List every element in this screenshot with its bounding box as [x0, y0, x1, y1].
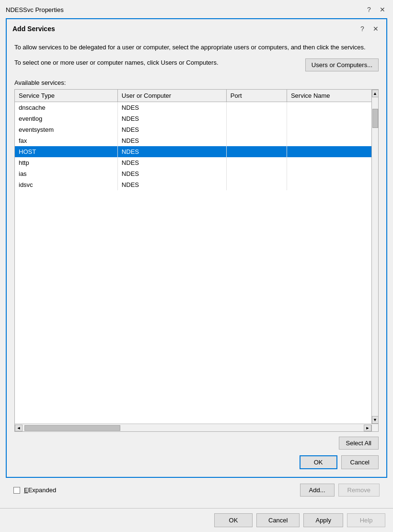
table-scroll-area: Service Type User or Computer Port Servi…	[15, 90, 371, 424]
scroll-left-arrow[interactable]: ◄	[15, 425, 23, 431]
cell-service_name	[287, 179, 371, 190]
users-row: To select one or more user or computer n…	[14, 58, 379, 71]
h-scroll-thumb[interactable]	[24, 425, 120, 431]
inner-ok-button[interactable]: OK	[300, 455, 337, 469]
cell-service_type: HOST	[15, 146, 117, 157]
cell-port	[226, 179, 287, 190]
description-text: To allow services to be delegated for a …	[14, 43, 379, 52]
cell-user_computer: NDES	[117, 157, 226, 168]
cell-service_name	[287, 146, 371, 157]
outer-window: NDESSvc Properties ? ✕ Add Services ? ✕ …	[0, 0, 393, 532]
inner-dialog-buttons: OK Cancel	[14, 455, 379, 469]
table-row[interactable]: faxNDES	[15, 135, 371, 146]
cell-service_name	[287, 124, 371, 135]
cell-service_type: dnscache	[15, 102, 117, 114]
footer-cancel-button[interactable]: Cancel	[256, 513, 300, 527]
inner-titlebar-controls: ? ✕	[358, 24, 381, 34]
cell-port	[226, 135, 287, 146]
outer-titlebar-controls: ? ✕	[364, 5, 387, 14]
footer-ok-button[interactable]: OK	[214, 513, 253, 527]
table-row[interactable]: eventsystemNDES	[15, 124, 371, 135]
remove-button[interactable]: Remove	[338, 484, 380, 497]
table-wrapper: Service Type User or Computer Port Servi…	[15, 90, 378, 424]
cell-port	[226, 157, 287, 168]
outer-titlebar: NDESSvc Properties ? ✕	[0, 0, 393, 18]
cell-service_name	[287, 102, 371, 114]
cell-user_computer: NDES	[117, 135, 226, 146]
cell-port	[226, 146, 287, 157]
col-user-computer: User or Computer	[117, 90, 226, 102]
users-description: To select one or more user or computer n…	[14, 58, 300, 67]
cell-service_type: idsvc	[15, 179, 117, 190]
cell-port	[226, 168, 287, 179]
scroll-right-arrow[interactable]: ►	[364, 425, 371, 431]
scroll-up-arrow[interactable]: ▲	[372, 90, 379, 97]
cell-user_computer: NDES	[117, 124, 226, 135]
footer-apply-button[interactable]: Apply	[303, 513, 343, 527]
cell-service_type: eventlog	[15, 113, 117, 124]
scroll-thumb[interactable]	[372, 109, 378, 128]
outer-window-title: NDESSvc Properties	[6, 6, 64, 13]
outer-content: Add Services ? ✕ To allow services to be…	[0, 18, 393, 508]
cell-port	[226, 102, 287, 114]
inner-cancel-button[interactable]: Cancel	[341, 455, 379, 469]
table-row[interactable]: dnscacheNDES	[15, 102, 371, 114]
add-button[interactable]: Add...	[300, 484, 335, 497]
cell-service_type: ias	[15, 168, 117, 179]
horizontal-scrollbar[interactable]	[23, 425, 364, 431]
cell-user_computer: NDES	[117, 113, 226, 124]
cell-user_computer: NDES	[117, 168, 226, 179]
cell-service_name	[287, 135, 371, 146]
services-table: Service Type User or Computer Port Servi…	[15, 90, 371, 190]
cell-port	[226, 113, 287, 124]
cell-port	[226, 124, 287, 135]
cell-service_name	[287, 113, 371, 124]
table-row[interactable]: HOSTNDES	[15, 146, 371, 157]
outer-bottom-section: EExpanded Add... Remove	[6, 478, 387, 502]
outer-footer: OK Cancel Apply Help	[0, 508, 393, 532]
add-remove-buttons: Add... Remove	[300, 484, 380, 497]
select-all-button[interactable]: Select All	[339, 437, 379, 450]
table-row[interactable]: eventlogNDES	[15, 113, 371, 124]
outer-close-button[interactable]: ✕	[378, 5, 387, 14]
inner-dialog-title: Add Services	[12, 25, 55, 33]
cell-service_type: eventsystem	[15, 124, 117, 135]
cell-user_computer: NDES	[117, 179, 226, 190]
services-table-container: Service Type User or Computer Port Servi…	[14, 89, 379, 432]
available-services-label: Available services:	[14, 79, 379, 86]
cell-user_computer: NDES	[117, 146, 226, 157]
cell-service_type: http	[15, 157, 117, 168]
scroll-down-arrow[interactable]: ▼	[372, 416, 379, 424]
outer-help-button[interactable]: ?	[364, 5, 374, 14]
horizontal-scrollbar-row: ◄ ►	[15, 424, 378, 431]
col-service-name: Service Name	[287, 90, 371, 102]
footer-help-button[interactable]: Help	[347, 513, 385, 527]
cell-service_name	[287, 157, 371, 168]
table-row[interactable]: iasNDES	[15, 168, 371, 179]
col-service-type: Service Type	[15, 90, 117, 102]
inner-dialog: Add Services ? ✕ To allow services to be…	[6, 18, 387, 478]
inner-titlebar: Add Services ? ✕	[7, 19, 386, 37]
table-header-row: Service Type User or Computer Port Servi…	[15, 90, 371, 102]
inner-dialog-content: To allow services to be delegated for a …	[7, 37, 386, 477]
cell-service_type: fax	[15, 135, 117, 146]
table-row[interactable]: httpNDES	[15, 157, 371, 168]
col-port: Port	[226, 90, 287, 102]
table-row[interactable]: idsvcNDES	[15, 179, 371, 190]
vertical-scrollbar[interactable]: ▲ ▼	[371, 90, 378, 424]
expanded-checkbox[interactable]	[13, 487, 20, 494]
users-or-computers-button[interactable]: Users or Computers...	[305, 58, 379, 71]
inner-help-button[interactable]: ?	[358, 24, 367, 34]
expanded-row: EExpanded	[13, 486, 56, 494]
cell-user_computer: NDES	[117, 102, 226, 114]
expanded-label: EExpanded	[24, 486, 56, 494]
inner-close-button[interactable]: ✕	[371, 24, 381, 34]
cell-service_name	[287, 168, 371, 179]
scrollbar-corner	[371, 425, 378, 431]
